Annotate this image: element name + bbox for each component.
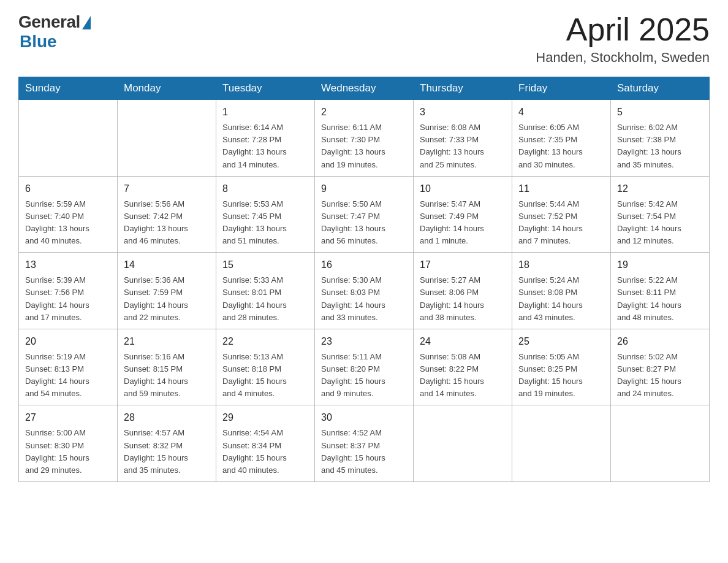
weekday-header-sunday: Sunday [19, 77, 118, 100]
day-number: 4 [518, 105, 604, 120]
day-number: 21 [124, 334, 210, 349]
calendar-cell: 9Sunrise: 5:50 AM Sunset: 7:47 PM Daylig… [315, 176, 414, 253]
weekday-header-thursday: Thursday [414, 77, 512, 100]
day-info: Sunrise: 5:05 AM Sunset: 8:25 PM Dayligh… [518, 351, 604, 400]
day-number: 5 [617, 105, 703, 120]
calendar-cell: 21Sunrise: 5:16 AM Sunset: 8:15 PM Dayli… [118, 329, 216, 405]
calendar-cell [118, 100, 216, 177]
calendar-table: SundayMondayTuesdayWednesdayThursdayFrid… [18, 77, 710, 482]
day-number: 20 [25, 334, 111, 349]
calendar-header-row: SundayMondayTuesdayWednesdayThursdayFrid… [19, 77, 710, 100]
calendar-cell: 25Sunrise: 5:05 AM Sunset: 8:25 PM Dayli… [512, 329, 611, 405]
day-info: Sunrise: 5:42 AM Sunset: 7:54 PM Dayligh… [617, 198, 703, 248]
day-number: 1 [222, 105, 308, 120]
calendar-cell: 12Sunrise: 5:42 AM Sunset: 7:54 PM Dayli… [611, 176, 710, 253]
calendar-cell: 18Sunrise: 5:24 AM Sunset: 8:08 PM Dayli… [512, 253, 611, 329]
day-number: 29 [222, 410, 308, 425]
calendar-cell: 3Sunrise: 6:08 AM Sunset: 7:33 PM Daylig… [414, 100, 512, 177]
day-info: Sunrise: 4:52 AM Sunset: 8:37 PM Dayligh… [321, 427, 407, 477]
weekday-header-wednesday: Wednesday [315, 77, 414, 100]
day-number: 28 [124, 410, 210, 425]
day-info: Sunrise: 4:57 AM Sunset: 8:32 PM Dayligh… [124, 427, 210, 477]
day-info: Sunrise: 6:05 AM Sunset: 7:35 PM Dayligh… [518, 121, 604, 171]
calendar-cell: 11Sunrise: 5:44 AM Sunset: 7:52 PM Dayli… [512, 176, 611, 253]
day-number: 9 [321, 182, 407, 196]
day-number: 23 [321, 334, 407, 349]
calendar-cell: 19Sunrise: 5:22 AM Sunset: 8:11 PM Dayli… [611, 253, 710, 329]
day-number: 19 [617, 258, 703, 272]
weekday-header-saturday: Saturday [611, 77, 710, 100]
calendar-cell: 2Sunrise: 6:11 AM Sunset: 7:30 PM Daylig… [315, 100, 414, 177]
calendar-cell: 17Sunrise: 5:27 AM Sunset: 8:06 PM Dayli… [414, 253, 512, 329]
day-number: 8 [222, 182, 308, 196]
calendar-week-row: 20Sunrise: 5:19 AM Sunset: 8:13 PM Dayli… [19, 329, 710, 405]
calendar-cell [611, 405, 710, 482]
logo: General Blue [18, 12, 91, 52]
day-info: Sunrise: 5:19 AM Sunset: 8:13 PM Dayligh… [25, 351, 111, 400]
calendar-cell: 23Sunrise: 5:11 AM Sunset: 8:20 PM Dayli… [315, 329, 414, 405]
day-info: Sunrise: 5:08 AM Sunset: 8:22 PM Dayligh… [420, 351, 506, 400]
calendar-cell: 14Sunrise: 5:36 AM Sunset: 7:59 PM Dayli… [118, 253, 216, 329]
calendar-cell: 30Sunrise: 4:52 AM Sunset: 8:37 PM Dayli… [315, 405, 414, 482]
day-info: Sunrise: 5:11 AM Sunset: 8:20 PM Dayligh… [321, 351, 407, 400]
location-title: Handen, Stockholm, Sweden [536, 50, 710, 66]
calendar-week-row: 13Sunrise: 5:39 AM Sunset: 7:56 PM Dayli… [19, 253, 710, 329]
calendar-cell: 6Sunrise: 5:59 AM Sunset: 7:40 PM Daylig… [19, 176, 118, 253]
calendar-cell: 4Sunrise: 6:05 AM Sunset: 7:35 PM Daylig… [512, 100, 611, 177]
calendar-cell: 20Sunrise: 5:19 AM Sunset: 8:13 PM Dayli… [19, 329, 118, 405]
day-number: 3 [420, 105, 506, 120]
day-info: Sunrise: 6:02 AM Sunset: 7:38 PM Dayligh… [617, 121, 703, 171]
day-info: Sunrise: 5:13 AM Sunset: 8:18 PM Dayligh… [222, 351, 308, 400]
day-info: Sunrise: 5:36 AM Sunset: 7:59 PM Dayligh… [124, 274, 210, 324]
calendar-week-row: 1Sunrise: 6:14 AM Sunset: 7:28 PM Daylig… [19, 100, 710, 177]
calendar-cell: 22Sunrise: 5:13 AM Sunset: 8:18 PM Dayli… [216, 329, 315, 405]
day-number: 13 [25, 258, 111, 272]
day-number: 22 [222, 334, 308, 349]
day-number: 12 [617, 182, 703, 196]
day-number: 18 [518, 258, 604, 272]
day-number: 26 [617, 334, 703, 349]
calendar-cell [19, 100, 118, 177]
calendar-cell [512, 405, 611, 482]
day-number: 10 [420, 182, 506, 196]
day-number: 7 [124, 182, 210, 196]
calendar-week-row: 6Sunrise: 5:59 AM Sunset: 7:40 PM Daylig… [19, 176, 710, 253]
calendar-cell: 28Sunrise: 4:57 AM Sunset: 8:32 PM Dayli… [118, 405, 216, 482]
day-info: Sunrise: 5:16 AM Sunset: 8:15 PM Dayligh… [124, 351, 210, 400]
day-info: Sunrise: 5:56 AM Sunset: 7:42 PM Dayligh… [124, 198, 210, 248]
day-info: Sunrise: 5:22 AM Sunset: 8:11 PM Dayligh… [617, 274, 703, 324]
page-header: General Blue April 2025 Handen, Stockhol… [18, 12, 710, 66]
weekday-header-friday: Friday [512, 77, 611, 100]
weekday-header-monday: Monday [118, 77, 216, 100]
day-info: Sunrise: 5:53 AM Sunset: 7:45 PM Dayligh… [222, 198, 308, 248]
calendar-cell [414, 405, 512, 482]
day-info: Sunrise: 6:11 AM Sunset: 7:30 PM Dayligh… [321, 121, 407, 171]
day-info: Sunrise: 4:54 AM Sunset: 8:34 PM Dayligh… [222, 427, 308, 477]
calendar-cell: 29Sunrise: 4:54 AM Sunset: 8:34 PM Dayli… [216, 405, 315, 482]
day-info: Sunrise: 5:47 AM Sunset: 7:49 PM Dayligh… [420, 198, 506, 248]
day-number: 16 [321, 258, 407, 272]
calendar-cell: 15Sunrise: 5:33 AM Sunset: 8:01 PM Dayli… [216, 253, 315, 329]
logo-triangle-icon [82, 16, 91, 29]
day-info: Sunrise: 5:00 AM Sunset: 8:30 PM Dayligh… [25, 427, 111, 477]
calendar-cell: 1Sunrise: 6:14 AM Sunset: 7:28 PM Daylig… [216, 100, 315, 177]
calendar-cell: 16Sunrise: 5:30 AM Sunset: 8:03 PM Dayli… [315, 253, 414, 329]
day-number: 6 [25, 182, 111, 196]
title-section: April 2025 Handen, Stockholm, Sweden [536, 12, 710, 66]
month-title: April 2025 [536, 12, 710, 47]
day-number: 30 [321, 410, 407, 425]
weekday-header-tuesday: Tuesday [216, 77, 315, 100]
day-info: Sunrise: 5:27 AM Sunset: 8:06 PM Dayligh… [420, 274, 506, 324]
day-info: Sunrise: 5:44 AM Sunset: 7:52 PM Dayligh… [518, 198, 604, 248]
day-number: 25 [518, 334, 604, 349]
day-info: Sunrise: 5:50 AM Sunset: 7:47 PM Dayligh… [321, 198, 407, 248]
calendar-cell: 5Sunrise: 6:02 AM Sunset: 7:38 PM Daylig… [611, 100, 710, 177]
calendar-cell: 10Sunrise: 5:47 AM Sunset: 7:49 PM Dayli… [414, 176, 512, 253]
calendar-cell: 26Sunrise: 5:02 AM Sunset: 8:27 PM Dayli… [611, 329, 710, 405]
day-info: Sunrise: 5:33 AM Sunset: 8:01 PM Dayligh… [222, 274, 308, 324]
calendar-cell: 27Sunrise: 5:00 AM Sunset: 8:30 PM Dayli… [19, 405, 118, 482]
calendar-cell: 7Sunrise: 5:56 AM Sunset: 7:42 PM Daylig… [118, 176, 216, 253]
day-info: Sunrise: 5:24 AM Sunset: 8:08 PM Dayligh… [518, 274, 604, 324]
calendar-cell: 13Sunrise: 5:39 AM Sunset: 7:56 PM Dayli… [19, 253, 118, 329]
day-number: 11 [518, 182, 604, 196]
